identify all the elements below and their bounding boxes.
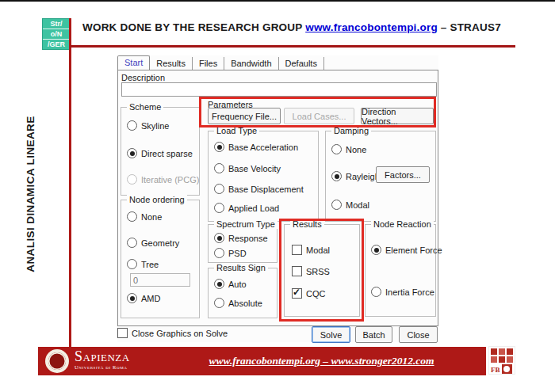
results-group-title: Results (290, 219, 324, 229)
radio-skyline-label: Skyline (141, 121, 169, 131)
radio-psd[interactable] (214, 248, 224, 258)
description-input[interactable] (121, 82, 437, 97)
description-label: Description (121, 73, 165, 82)
checkbox-close-graphics-label: Close Graphics on Solve (132, 329, 228, 338)
radio-amd[interactable] (127, 293, 137, 303)
radio-tree-label: Tree (141, 260, 159, 269)
checkbox-srss-label: SRSS (306, 267, 330, 276)
solve-button[interactable]: Solve (312, 326, 350, 343)
slide-title: WORK DONE BY THE RESEARCH GROUP www.fran… (82, 21, 526, 33)
load-type-group-title: Load Type (214, 126, 259, 135)
slide-title-prefix: WORK DONE BY THE RESEARCH GROUP (82, 21, 305, 33)
radio-absolute[interactable] (214, 298, 224, 308)
radio-amd-label: AMD (141, 294, 160, 303)
footer-bar: Sapienza Università di Roma www.francobo… (38, 347, 486, 375)
damping-group-title: Damping (331, 126, 371, 135)
radio-skyline[interactable] (127, 120, 137, 131)
slide-title-suffix: – STRAUS7 (438, 21, 501, 33)
results-sign-group-title: Results Sign (214, 263, 268, 272)
radio-base-velocity-label: Base Velocity (228, 164, 281, 173)
radio-damping-modal[interactable] (331, 200, 342, 210)
radio-iterative-pcg-label: Iterative (PCG) (141, 175, 199, 185)
tab-results[interactable]: Results (150, 57, 193, 70)
radio-rayleigh-label: Rayleigh (346, 172, 380, 181)
tree-depth-input[interactable] (130, 273, 190, 287)
radio-response-label: Response (228, 234, 268, 243)
radio-rayleigh[interactable] (331, 171, 342, 181)
vertical-divider-line (69, 18, 71, 348)
checkbox-modal[interactable] (292, 245, 302, 255)
sapienza-logo-icon (45, 349, 69, 373)
factors-button[interactable]: Factors... (376, 166, 430, 183)
radio-ordering-none-label: None (141, 212, 162, 222)
radio-element-force-label: Element Force (385, 245, 442, 255)
sapienza-name: Sapienza (75, 349, 130, 363)
checkbox-modal-label: Modal (306, 245, 330, 255)
fbo-seal-icon: FB (488, 346, 515, 375)
close-button[interactable]: Close (399, 326, 438, 343)
radio-base-acceleration-label: Base Acceleration (228, 143, 298, 152)
tab-strip: Start Results Files Bandwidth Defaults (117, 55, 324, 70)
radio-auto[interactable] (214, 279, 224, 289)
spectrum-type-group-title: Spectrum Type (214, 219, 278, 229)
checkbox-srss[interactable] (292, 266, 302, 276)
checkbox-close-graphics[interactable] (117, 328, 128, 338)
sapienza-subtitle: Università di Roma (75, 365, 130, 371)
header-underline (70, 45, 515, 48)
load-cases-button: Load Cases... (284, 108, 354, 124)
radio-direct-sparse[interactable] (127, 148, 137, 158)
checkbox-cqc[interactable]: ✓ (292, 288, 302, 299)
footer-links[interactable]: www.francobontempi.org – www.stronger201… (173, 347, 470, 375)
radio-base-acceleration[interactable] (214, 142, 224, 152)
radio-absolute-label: Absolute (228, 299, 262, 308)
radio-damping-modal-label: Modal (346, 200, 369, 210)
results-sign-group: Results Sign (208, 268, 278, 318)
solver-dialog: Start Results Files Bandwidth Defaults D… (117, 55, 438, 342)
radio-direct-sparse-label: Direct sparse (141, 149, 193, 158)
tab-files[interactable]: Files (193, 57, 224, 70)
scheme-group-title: Scheme (127, 102, 163, 112)
radio-base-displacement-label: Base Displacement (228, 185, 304, 194)
sapienza-wordmark: Sapienza Università di Roma (75, 349, 130, 371)
radio-base-velocity[interactable] (214, 163, 224, 173)
tab-start[interactable]: Start (117, 55, 150, 71)
radio-auto-label: Auto (228, 280, 247, 289)
radio-iterative-pcg (127, 174, 137, 185)
tab-defaults[interactable]: Defaults (279, 57, 324, 70)
radio-inertia-force[interactable] (371, 287, 381, 297)
radio-psd-label: PSD (228, 249, 247, 258)
checkmark-icon: ✓ (293, 287, 300, 298)
side-label: ANALISI DINAMICA LINEARE (25, 116, 36, 272)
stronger-logo: Str/ o/N /GER (42, 18, 71, 50)
node-reaction-group-title: Node Reaction (371, 219, 434, 229)
radio-inertia-force-label: Inertia Force (385, 287, 434, 297)
node-reaction-group: Node Reaction (365, 224, 436, 317)
radio-ordering-none[interactable] (127, 211, 137, 222)
radio-geometry[interactable] (127, 238, 137, 248)
radio-damping-none-label: None (346, 145, 366, 154)
radio-applied-load-label: Applied Load (228, 204, 279, 213)
top-border-line (0, 0, 555, 2)
radio-tree[interactable] (127, 259, 137, 269)
stronger-logo-line: /GER (43, 40, 70, 49)
radio-base-displacement[interactable] (214, 184, 224, 194)
checkbox-cqc-label: CQC (306, 289, 325, 299)
direction-vectors-button[interactable]: Direction Vectors... (361, 108, 434, 124)
node-ordering-group-title: Node ordering (127, 195, 187, 204)
radio-damping-none[interactable] (331, 144, 342, 154)
slide: Str/ o/N /GER WORK DONE BY THE RESEARCH … (0, 0, 555, 392)
radio-element-force[interactable] (371, 245, 381, 255)
stronger-logo-line: Str/ (43, 19, 70, 29)
frequency-file-button[interactable]: Frequency File... (208, 108, 281, 124)
batch-button[interactable]: Batch (355, 326, 392, 343)
radio-applied-load[interactable] (214, 203, 224, 213)
francobontempi-link[interactable]: www.francobontempi.org (305, 21, 438, 33)
radio-response[interactable] (214, 233, 224, 243)
radio-geometry-label: Geometry (141, 238, 179, 248)
stronger-logo-line: o/N (43, 29, 70, 40)
tab-bandwidth[interactable]: Bandwidth (224, 57, 278, 70)
fbo-seal-letters: FB (491, 366, 500, 374)
